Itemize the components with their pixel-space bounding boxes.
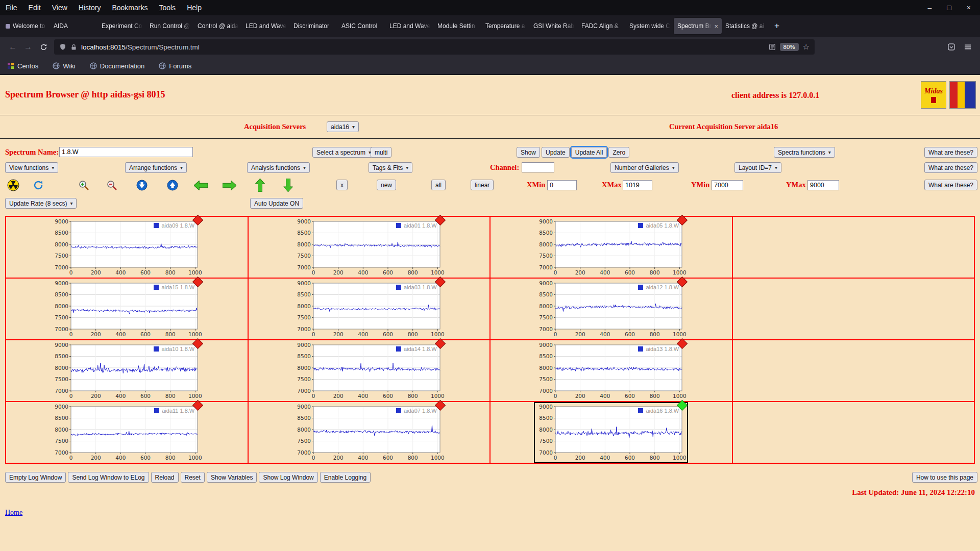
spectrum-cell-aida15[interactable]: 7000750080008500900002004006008001000aid…	[6, 278, 248, 340]
bookmark-forums[interactable]: Forums	[159, 62, 191, 70]
menu-view[interactable]: View	[46, 2, 73, 14]
what-are-these-button-2[interactable]: What are these?	[924, 162, 977, 173]
spectrum-chart-aida14[interactable]: 7000750080008500900002004006008001000aid…	[293, 341, 445, 400]
tab-gsi-white-rab[interactable]: GSI White Rab	[530, 18, 578, 34]
tab-asic-control[interactable]: ASIC Control	[338, 18, 386, 34]
show-variables-button[interactable]: Show Variables	[207, 472, 257, 483]
spectrum-chart-aida12[interactable]: 7000750080008500900002004006008001000aid…	[535, 280, 687, 339]
midas-logo[interactable]: Midas	[921, 81, 946, 109]
hamburger-menu-icon[interactable]	[964, 43, 972, 51]
reload-button[interactable]	[36, 40, 51, 54]
x-button[interactable]: x	[336, 180, 348, 190]
forward-button[interactable]: →	[20, 40, 36, 54]
xmax-input[interactable]	[623, 180, 652, 190]
number-of-galleries-dropdown[interactable]: Number of Galleries▾	[610, 162, 679, 173]
bookmark-star-icon[interactable]: ☆	[803, 42, 810, 52]
bookmark-centos[interactable]: Centos	[7, 62, 38, 70]
spectrum-cell-aida12[interactable]: 7000750080008500900002004006008001000aid…	[490, 278, 732, 340]
tab-close-icon[interactable]: ×	[714, 22, 718, 30]
pocket-icon[interactable]	[947, 43, 955, 51]
spectrum-chart-aida13[interactable]: 7000750080008500900002004006008001000aid…	[535, 341, 687, 400]
tags-fits-dropdown[interactable]: Tags & Fits▾	[369, 162, 412, 173]
send-log-window-to-elog-button[interactable]: Send Log Window to ELog	[68, 472, 149, 483]
new-tab-button[interactable]: +	[770, 19, 784, 33]
pan-down-arrow-icon[interactable]	[281, 179, 295, 192]
spectrum-cell-aida11[interactable]: 7000750080008500900002004006008001000aid…	[6, 402, 248, 463]
window-maximize-button[interactable]: □	[947, 4, 951, 12]
menu-tools[interactable]: Tools	[153, 2, 181, 14]
tab-control-aida[interactable]: Control @ aida	[194, 18, 242, 34]
circle-arrow-up-icon[interactable]	[166, 179, 179, 192]
menu-file[interactable]: File	[0, 2, 23, 14]
spectrum-chart-aida09[interactable]: 7000750080008500900002004006008001000aid…	[51, 218, 203, 277]
arrange-functions-dropdown[interactable]: Arrange functions▾	[125, 162, 187, 173]
show-log-window-button[interactable]: Show Log Window	[259, 472, 317, 483]
menu-history[interactable]: History	[73, 2, 107, 14]
spectrum-name-input[interactable]	[59, 147, 193, 157]
zero-button[interactable]: Zero	[608, 147, 629, 158]
ymax-input[interactable]	[807, 180, 839, 190]
tab-statistics-ai[interactable]: Statistics @ ai	[722, 18, 770, 34]
select-spectrum-dropdown[interactable]: Select a spectrum▾	[312, 147, 375, 158]
circle-arrow-down-icon[interactable]	[135, 179, 149, 192]
what-are-these-button-1[interactable]: What are these?	[924, 147, 977, 158]
back-button[interactable]: ←	[5, 40, 20, 54]
show-button[interactable]: Show	[517, 147, 540, 158]
what-are-these-button-3[interactable]: What are these?	[924, 180, 977, 190]
all-button[interactable]: all	[431, 180, 446, 190]
pan-right-arrow-icon[interactable]	[222, 179, 237, 192]
spectrum-chart-aida10[interactable]: 7000750080008500900002004006008001000aid…	[51, 341, 203, 400]
tab-led-and-wave[interactable]: LED and Wave	[242, 18, 290, 34]
shield-icon[interactable]	[59, 43, 66, 51]
tab-welcome-to-c[interactable]: Welcome to C	[2, 18, 50, 34]
bookmark-wiki[interactable]: Wiki	[53, 62, 76, 70]
spectrum-cell-aida16[interactable]: 7000750080008500900002004006008001000aid…	[490, 402, 732, 463]
spectrum-chart-aida15[interactable]: 7000750080008500900002004006008001000aid…	[51, 280, 203, 339]
tab-discriminator[interactable]: Discriminator	[290, 18, 338, 34]
tab-temperature-a[interactable]: Temperature a	[482, 18, 530, 34]
tab-led-and-wave[interactable]: LED and Wave	[386, 18, 434, 34]
update-button[interactable]: Update	[542, 147, 570, 158]
partner-logo[interactable]	[949, 81, 976, 109]
channel-input[interactable]	[522, 162, 554, 172]
view-functions-dropdown[interactable]: View functions▾	[5, 162, 58, 173]
tab-aida[interactable]: AIDA	[50, 18, 98, 34]
spectrum-cell-aida10[interactable]: 7000750080008500900002004006008001000aid…	[6, 340, 248, 402]
spectrum-cell-aida13[interactable]: 7000750080008500900002004006008001000aid…	[490, 340, 732, 402]
radiation-icon[interactable]	[7, 179, 20, 192]
new-button[interactable]: new	[377, 180, 396, 190]
lock-icon[interactable]	[70, 44, 77, 51]
enable-logging-button[interactable]: Enable Logging	[320, 472, 371, 483]
spectrum-chart-aida05[interactable]: 7000750080008500900002004006008001000aid…	[535, 218, 687, 277]
spectrum-chart-aida07[interactable]: 7000750080008500900002004006008001000aid…	[293, 403, 445, 462]
zoom-level-badge[interactable]: 80%	[780, 43, 799, 51]
xmin-input[interactable]	[547, 180, 577, 190]
window-close-button[interactable]: ×	[967, 4, 971, 12]
tab-fadc-align[interactable]: FADC Align &	[578, 18, 626, 34]
update-all-button[interactable]: Update All	[571, 147, 607, 158]
ymin-input[interactable]	[712, 180, 743, 190]
window-minimize-button[interactable]: –	[928, 4, 932, 12]
home-link[interactable]: Home	[5, 509, 22, 517]
reload-button[interactable]: Reload	[151, 472, 179, 483]
menu-bookmarks[interactable]: Bookmarks	[106, 2, 153, 14]
reset-button[interactable]: Reset	[181, 472, 205, 483]
analysis-functions-dropdown[interactable]: Analysis functions▾	[247, 162, 310, 173]
spectrum-cell-aida07[interactable]: 7000750080008500900002004006008001000aid…	[248, 402, 491, 463]
spectrum-cell-aida05[interactable]: 7000750080008500900002004006008001000aid…	[490, 216, 732, 278]
auto-update-button[interactable]: Auto Update ON	[250, 198, 303, 209]
spectrum-cell-aida03[interactable]: 7000750080008500900002004006008001000aid…	[248, 278, 491, 340]
spectrum-cell-aida09[interactable]: 7000750080008500900002004006008001000aid…	[6, 216, 248, 278]
spectrum-chart-aida03[interactable]: 7000750080008500900002004006008001000aid…	[293, 280, 445, 339]
menu-edit[interactable]: Edit	[23, 2, 46, 14]
menu-help[interactable]: Help	[181, 2, 207, 14]
tab-spectrum-br[interactable]: Spectrum Br×	[674, 18, 722, 34]
tab-run-control[interactable]: Run Control @	[146, 18, 194, 34]
linear-button[interactable]: linear	[471, 180, 494, 190]
bookmark-documentation[interactable]: Documentation	[90, 62, 144, 70]
how-to-use-button[interactable]: How to use this page	[912, 472, 977, 483]
spectrum-cell-aida14[interactable]: 7000750080008500900002004006008001000aid…	[248, 340, 491, 402]
zoom-in-magnifier-icon[interactable]	[77, 179, 90, 192]
spectrum-chart-aida01[interactable]: 7000750080008500900002004006008001000aid…	[293, 218, 445, 277]
url-bar[interactable]: localhost:8015/Spectrum/Spectrum.tml 80%…	[54, 39, 815, 55]
